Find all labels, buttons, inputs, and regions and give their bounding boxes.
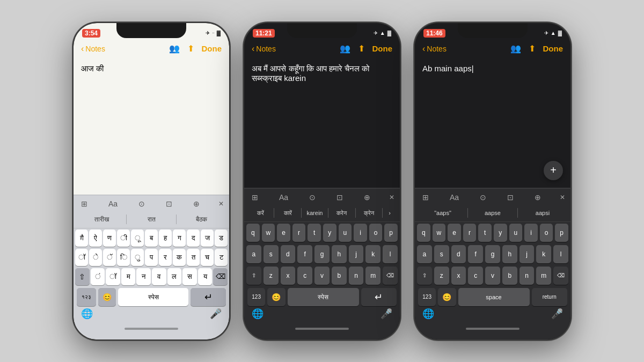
return-key[interactable]: ↵ — [191, 288, 226, 306]
pred-2-5[interactable]: क्रेन — [356, 209, 382, 218]
numbers-key[interactable]: १२३ — [77, 288, 96, 306]
collaborate-icon[interactable]: 👥 — [169, 43, 180, 54]
done-button-1[interactable]: Done — [202, 44, 222, 53]
key-h-3[interactable]: h — [502, 245, 517, 263]
pred-3-2[interactable]: aapse — [468, 209, 517, 217]
deva-key[interactable]: ॉ — [75, 249, 88, 266]
key-j[interactable]: j — [349, 245, 364, 263]
pred-3-1[interactable]: "aaps" — [418, 209, 467, 217]
key-c-3[interactable]: c — [468, 267, 483, 285]
key-n[interactable]: n — [349, 267, 364, 285]
deva-key[interactable]: ह — [159, 230, 172, 247]
pred-2-4[interactable]: करेन — [328, 209, 355, 218]
key-m[interactable]: m — [365, 267, 380, 285]
key-z[interactable]: z — [264, 267, 279, 285]
key-h[interactable]: h — [332, 245, 347, 263]
deva-key[interactable]: ऐ — [89, 230, 102, 247]
key-q-3[interactable]: q — [417, 224, 430, 242]
key-f-3[interactable]: f — [468, 245, 483, 263]
deva-key[interactable]: त — [187, 249, 200, 266]
deva-key[interactable]: े — [89, 249, 102, 266]
format-icon-2[interactable]: Aa — [277, 192, 290, 203]
mic-icon-3[interactable]: 🎤 — [547, 308, 567, 320]
pred-1[interactable]: तारीख — [77, 215, 126, 224]
key-a-3[interactable]: a — [417, 245, 432, 263]
delete-key[interactable]: ⌫ — [213, 268, 228, 285]
deva-key[interactable]: र — [159, 249, 172, 266]
shift-key-2[interactable]: ⇧ — [246, 267, 261, 285]
key-r[interactable]: r — [292, 224, 306, 242]
key-r-3[interactable]: r — [463, 224, 477, 242]
deva-key[interactable]: ॉ — [106, 268, 120, 285]
key-m-3[interactable]: m — [536, 267, 551, 285]
deva-key[interactable]: य — [198, 268, 213, 285]
deva-key[interactable]: न — [136, 268, 151, 285]
delete-key-2[interactable]: ⌫ — [383, 267, 398, 285]
deva-key[interactable]: ू — [131, 230, 144, 247]
back-button-1[interactable]: ‹ Notes — [81, 44, 105, 54]
fab-button[interactable]: + — [544, 161, 563, 180]
markup-icon[interactable]: ⊕ — [191, 198, 202, 209]
format-icon-3[interactable]: Aa — [448, 192, 461, 203]
table-icon-3[interactable]: ⊞ — [420, 192, 431, 203]
deva-key[interactable]: ल — [167, 268, 182, 285]
space-key-2[interactable]: स्पेस — [288, 288, 359, 306]
checklist-icon[interactable]: ⊙ — [136, 198, 147, 209]
deva-key[interactable]: ट — [215, 249, 228, 266]
note-content-3[interactable]: Ab main aaps| — [422, 64, 563, 73]
key-e-3[interactable]: e — [448, 224, 461, 242]
emoji-key-2[interactable]: 😊 — [267, 288, 285, 306]
key-y[interactable]: y — [323, 224, 336, 242]
key-g-3[interactable]: g — [485, 245, 500, 263]
globe-icon-2[interactable]: 🌐 — [247, 308, 268, 320]
key-k-3[interactable]: k — [536, 245, 551, 263]
deva-key[interactable]: प — [145, 249, 158, 266]
key-b[interactable]: b — [332, 267, 347, 285]
deva-key[interactable]: ं — [91, 268, 105, 285]
key-e[interactable]: e — [277, 224, 290, 242]
deva-key[interactable]: ज — [201, 230, 214, 247]
deva-key[interactable]: स — [182, 268, 197, 285]
key-l[interactable]: l — [383, 245, 398, 263]
pred-3-3[interactable]: aapsi — [518, 209, 567, 217]
share-icon-3[interactable]: ⬆ — [529, 43, 536, 54]
globe-icon[interactable]: 🌐 — [77, 308, 97, 320]
key-y-3[interactable]: y — [494, 224, 507, 242]
key-b-3[interactable]: b — [502, 267, 517, 285]
key-u[interactable]: u — [339, 224, 352, 242]
key-u-3[interactable]: u — [509, 224, 523, 242]
key-p[interactable]: p — [384, 224, 398, 242]
key-o-3[interactable]: o — [540, 224, 553, 242]
deva-key[interactable]: द — [187, 230, 200, 247]
table-icon-2[interactable]: ⊞ — [250, 192, 260, 203]
deva-key[interactable]: ि — [117, 249, 130, 266]
key-d-3[interactable]: d — [451, 245, 466, 263]
mic-icon[interactable]: 🎤 — [206, 308, 226, 320]
share-icon[interactable]: ⬆ — [187, 43, 194, 54]
close-icon-3[interactable]: ✕ — [560, 194, 565, 201]
shift-key[interactable]: ⇧ — [75, 268, 90, 285]
key-g[interactable]: g — [314, 245, 330, 263]
return-key-2[interactable]: ↵ — [361, 288, 397, 306]
pred-2[interactable]: रात — [127, 215, 176, 224]
mic-icon-2[interactable]: 🎤 — [376, 308, 397, 320]
deva-key[interactable]: ण — [103, 230, 116, 247]
key-s[interactable]: s — [264, 245, 279, 263]
collaborate-icon-3[interactable]: 👥 — [510, 43, 521, 54]
numbers-key-2[interactable]: 123 — [247, 288, 265, 306]
pred-2-1[interactable]: करें — [247, 209, 274, 218]
camera-icon[interactable]: ⊡ — [164, 198, 174, 209]
key-o[interactable]: o — [369, 224, 383, 242]
note-content-1[interactable]: आज की — [74, 60, 229, 195]
emoji-key-3[interactable]: 😊 — [438, 288, 456, 306]
back-button-3[interactable]: ‹ Notes — [422, 44, 447, 54]
markup-icon-3[interactable]: ⊕ — [532, 192, 543, 203]
deva-key[interactable]: व — [152, 268, 166, 285]
delete-key-3[interactable]: ⌫ — [553, 267, 568, 285]
deva-key[interactable]: ड — [215, 230, 228, 247]
key-p-3[interactable]: p — [555, 224, 568, 242]
key-i-3[interactable]: i — [524, 224, 538, 242]
pred-2-chevron[interactable]: › — [383, 209, 397, 217]
key-q[interactable]: q — [246, 224, 260, 242]
deva-key[interactable]: म — [121, 268, 136, 285]
